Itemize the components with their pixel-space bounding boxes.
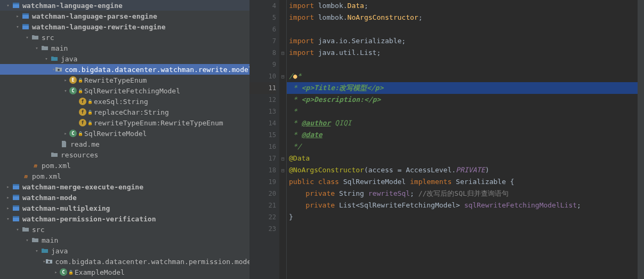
chevron-icon[interactable]: ▾ [14,227,21,232]
class-icon: C [60,268,67,276]
fold-marker[interactable] [279,223,286,235]
chevron-icon[interactable]: ▸ [4,184,12,189]
tree-item-label: resources [61,151,98,159]
tree-item[interactable]: ▾com.bigdata.datacenter.watchman.rewrite… [0,64,249,75]
fold-marker[interactable] [279,59,286,70]
chevron-icon[interactable]: ▾ [33,45,41,51]
code-line[interactable]: * <p>Description:</p> [287,94,638,106]
tree-item[interactable]: ▸watchman-multiplexing [0,203,249,213]
fold-marker[interactable] [279,23,286,35]
tree-item[interactable]: ▾java [0,245,249,256]
code-line[interactable]: * <p>Title:改写模型</p> [287,82,638,94]
fold-marker[interactable]: ⊟ [279,164,286,176]
tree-item[interactable]: ▸watchman-language-parse-engine [0,11,249,21]
fold-marker[interactable] [279,188,286,200]
fold-marker[interactable] [279,0,286,12]
tree-item[interactable]: ▾watchman-permission-verification [0,213,249,224]
tree-item[interactable]: f🔒replaceChar:String [0,107,249,117]
tree-item[interactable]: ▸E🔒RewriteTypeEnum [0,75,249,85]
line-number: 15 [249,129,276,141]
fold-marker[interactable] [279,129,286,141]
tree-item[interactable]: read.me [0,139,249,149]
line-number: 13 [249,106,276,117]
chevron-icon[interactable]: ▾ [62,88,69,93]
module-icon [12,1,20,10]
line-number: 7 [249,35,276,47]
tree-item[interactable]: ▾main [0,235,249,245]
tree-item[interactable]: ▸C🔒SqlRewriteModel [0,128,249,139]
chevron-icon[interactable]: ▾ [4,216,12,221]
fold-marker[interactable] [279,141,286,153]
chevron-icon[interactable]: ▸ [14,13,21,19]
chevron-icon[interactable]: ▾ [14,24,21,29]
code-line[interactable]: */ [287,141,638,153]
code-line[interactable] [287,59,638,70]
project-tree-panel[interactable]: ▾watchman-language-engine▸watchman-langu… [0,0,249,279]
code-line[interactable]: import java.io.Serializable; [287,35,638,47]
tree-item[interactable]: mpom.xml [0,160,249,171]
tree-item[interactable]: mpom.xml [0,171,249,181]
code-line[interactable]: @Data [287,153,638,164]
fold-marker[interactable] [279,106,286,117]
chevron-icon[interactable]: ▾ [4,3,12,8]
fold-marker[interactable] [279,94,286,106]
code-line[interactable]: * @author QIQI [287,117,638,129]
lock-icon: 🔒 [68,270,74,275]
code-line[interactable]: } [287,211,638,223]
chevron-icon[interactable]: ▾ [23,35,31,40]
chevron-icon[interactable]: ▸ [4,205,12,211]
fold-marker[interactable] [279,211,286,223]
fold-marker[interactable] [279,117,286,129]
fold-marker[interactable] [279,35,286,47]
fold-marker[interactable] [279,200,286,211]
code-line[interactable]: * [287,106,638,117]
tree-item[interactable]: ▾watchman-language-rewrite-engine [0,21,249,32]
tree-item[interactable]: ▸C🔒ExampleModel [0,267,249,277]
tree-item[interactable]: ▾java [0,53,249,64]
code-line[interactable]: * @date [287,129,638,141]
tree-item-label: java [51,247,68,255]
field-icon: f [79,98,86,105]
code-line[interactable]: public class SqlRewriteModel implements … [287,176,638,188]
tree-item[interactable]: ▾com.bigdata.datacenter.watchman.permiss… [0,256,249,267]
code-content[interactable]: import lombok.Data;import lombok.NoArgsC… [287,0,638,279]
chevron-icon[interactable]: ▸ [52,269,60,275]
code-line[interactable]: /●* [287,70,638,82]
chevron-icon[interactable]: ▸ [4,195,12,200]
code-line[interactable]: private List<SqlRewriteFetchingModel> sq… [287,200,638,211]
line-number: 17 [249,153,276,164]
fold-marker[interactable]: ⊟ [279,47,286,59]
fold-marker[interactable] [279,82,286,94]
tree-item[interactable]: f🔒rewriteTypeEnum:RewriteTypeEnum [0,117,249,128]
lock-icon: 🔒 [78,89,83,93]
code-line[interactable]: import java.util.List; [287,47,638,59]
code-line[interactable]: @NoArgsConstructor(access = AccessLevel.… [287,164,638,176]
chevron-icon[interactable]: ▸ [62,131,69,136]
chevron-icon[interactable]: ▾ [43,56,50,61]
scroll-stripe[interactable] [638,0,644,279]
code-line[interactable]: import lombok.NoArgsConstructor; [287,12,638,23]
line-number: 21 [249,200,276,211]
chevron-icon[interactable]: ▾ [33,248,41,253]
tree-item[interactable]: ▸watchman-merge-execute-engine [0,181,249,192]
code-line[interactable]: import lombok.Data; [287,0,638,12]
tree-item[interactable]: ▾src [0,32,249,43]
tree-item[interactable]: ▾main [0,43,249,53]
tree-item[interactable]: resources [0,149,249,160]
fold-marker[interactable] [279,12,286,23]
fold-marker[interactable]: ⊟ [279,70,286,82]
code-editor[interactable]: 4567891011121314151617181920212223 ⊟⊟⊟⊟ … [249,0,644,279]
code-line[interactable] [287,23,638,35]
fold-gutter[interactable]: ⊟⊟⊟⊟ [279,0,287,279]
fold-marker[interactable] [279,176,286,188]
tree-item[interactable]: ▾src [0,224,249,235]
tree-item[interactable]: ▸watchman-mode [0,192,249,203]
chevron-icon[interactable]: ▸ [62,77,69,83]
chevron-icon[interactable]: ▾ [23,237,31,243]
code-line[interactable] [287,223,638,235]
tree-item[interactable]: ▾watchman-language-engine [0,0,249,11]
tree-item[interactable]: ▾C🔒SqlRewriteFetchingModel [0,85,249,96]
fold-marker[interactable]: ⊟ [279,153,286,164]
tree-item[interactable]: f🔒exeSql:String [0,96,249,107]
code-line[interactable]: private String rewriteSql; //改写后的SQL归并查询… [287,188,638,200]
